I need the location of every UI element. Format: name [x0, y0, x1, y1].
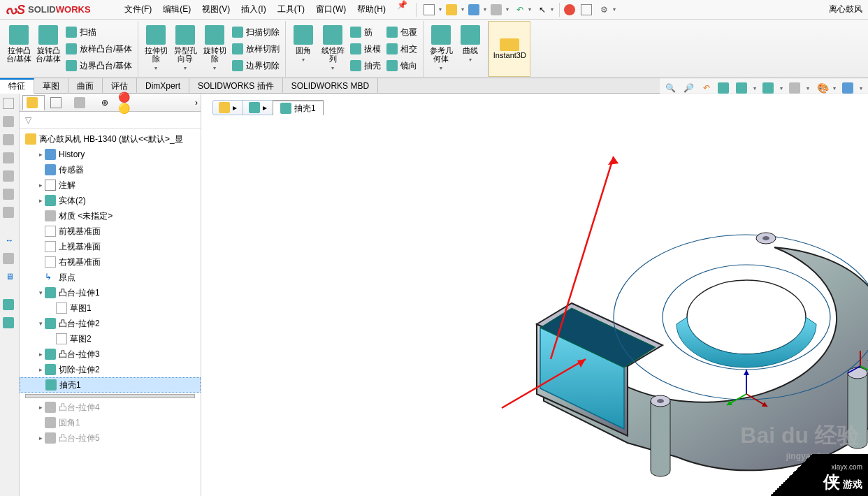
feature-manager-panel: ⊕ 🔴🟡 › ▽ 离心鼓风机 HB-1340 (默认<<默认>_显 ▸Histo… — [20, 94, 201, 496]
vtool-sketch[interactable] — [3, 251, 17, 265]
svg-marker-10 — [744, 370, 749, 375]
tab-mbd[interactable]: SOLIDWORKS MBD — [283, 78, 378, 94]
rib-button[interactable]: 筋 — [347, 24, 384, 41]
tree-fillet1[interactable]: 圆角1 — [20, 415, 201, 430]
tree-boss-extrude1[interactable]: ▾凸台-拉伸1 — [20, 285, 201, 300]
vtool-7[interactable] — [3, 205, 17, 219]
panel-tab-more[interactable]: › — [195, 98, 198, 108]
fillet-button[interactable]: 圆角▾ — [289, 24, 318, 74]
corner-logo: xiayx.com 侠游戏 — [770, 454, 868, 496]
sweep-button[interactable]: 扫描 — [63, 24, 135, 41]
draft-button[interactable]: 拔模 — [347, 41, 384, 57]
tree-top-plane[interactable]: 上视基准面 — [20, 239, 201, 254]
print-button[interactable] — [490, 2, 505, 17]
menu-edit[interactable]: 编辑(E) — [157, 0, 196, 20]
vtool-display[interactable]: 🖥 — [3, 270, 17, 284]
panel-tab-property[interactable] — [46, 95, 68, 110]
open-button[interactable] — [445, 2, 461, 17]
instant3d-button[interactable]: Instant3D — [489, 21, 530, 77]
panel-tab-bar: ⊕ 🔴🟡 › — [20, 94, 201, 112]
tree-annotations[interactable]: ▸注解 — [20, 177, 201, 193]
vtool-2[interactable] — [3, 115, 17, 129]
revolve-cut-button[interactable]: 旋转切 除▾ — [200, 24, 229, 74]
options-props-button[interactable] — [580, 2, 595, 17]
hole-wizard-button[interactable]: 异型孔 向导▾ — [171, 24, 200, 74]
tree-history[interactable]: ▸History — [20, 147, 201, 162]
tree-right-plane[interactable]: 右视基准面 — [20, 254, 201, 270]
tab-surfaces[interactable]: 曲面 — [68, 78, 103, 94]
ref-geometry-button[interactable]: 参考几 何体▾ — [426, 24, 456, 74]
vtool-5[interactable] — [3, 169, 17, 183]
vtool-dim[interactable]: ↔ — [3, 233, 17, 247]
options-button[interactable]: ⚙ — [597, 2, 612, 17]
graphics-area[interactable]: ▸ ▸ 抽壳1 — [201, 94, 868, 496]
loft-cut-button[interactable]: 放样切割 — [229, 41, 282, 57]
menu-view[interactable]: 视图(V) — [196, 0, 236, 20]
loft-boss-button[interactable]: 放样凸台/基体 — [63, 41, 135, 57]
menu-insert[interactable]: 插入(I) — [236, 0, 271, 20]
shell-button[interactable]: 抽壳 — [347, 57, 384, 74]
app-logo: ᔓS SOLIDWORKS — [0, 2, 119, 17]
rebuild-button[interactable] — [563, 2, 579, 17]
tree-solid-bodies[interactable]: ▸实体(2) — [20, 193, 201, 208]
tree-filter[interactable]: ▽ — [20, 112, 201, 129]
tree-boss-extrude4[interactable]: ▸凸台-拉伸4 — [20, 400, 201, 415]
tree-shell1[interactable]: 抽壳1 — [20, 377, 201, 393]
tree-sketch2[interactable]: 草图2 — [20, 331, 201, 347]
new-button[interactable] — [423, 2, 438, 17]
mirror-button[interactable]: 镜向 — [384, 57, 420, 74]
tab-dimxpert[interactable]: DimXpert — [137, 78, 189, 94]
breadcrumb-part[interactable]: ▸ — [243, 100, 276, 115]
revolve-boss-button[interactable]: 旋转凸 台/基体 — [34, 24, 63, 74]
panel-tab-feature-tree[interactable] — [22, 95, 45, 110]
document-title: 离心鼓风 — [829, 3, 868, 15]
breadcrumb-root[interactable]: ▸ — [212, 100, 246, 115]
undo-button[interactable]: ↶ — [512, 2, 528, 17]
vtool-3[interactable] — [3, 133, 17, 147]
tab-sketch[interactable]: 草图 — [34, 78, 68, 94]
intersect-button[interactable]: 相交 — [384, 41, 420, 57]
curves-button[interactable]: 曲线▾ — [456, 24, 485, 74]
tree-cut-extrude2[interactable]: ▸切除-拉伸2 — [20, 362, 201, 377]
menu-tools[interactable]: 工具(T) — [272, 0, 310, 20]
linear-pattern-button[interactable]: 线性阵 列▾ — [318, 24, 347, 74]
panel-tab-display[interactable]: 🔴🟡 — [117, 95, 140, 110]
svg-point-2 — [687, 280, 806, 354]
vtool-6[interactable] — [3, 187, 17, 201]
sweep-cut-button[interactable]: 扫描切除 — [229, 24, 282, 41]
vtool-part[interactable] — [3, 316, 17, 330]
tree-boss-extrude3[interactable]: ▸凸台-拉伸3 — [20, 347, 201, 362]
tree-boss-extrude5[interactable]: ▸凸台-拉伸5 — [20, 430, 201, 446]
tree-origin[interactable]: ↳原点 — [20, 270, 201, 285]
breadcrumb-feature[interactable]: 抽壳1 — [273, 100, 324, 115]
select-button[interactable]: ↖ — [535, 2, 550, 17]
tree-boss-extrude2[interactable]: ▾凸台-拉伸2 — [20, 316, 201, 331]
tree-front-plane[interactable]: 前视基准面 — [20, 224, 201, 239]
extrude-cut-button[interactable]: 拉伸切 除▾ — [141, 24, 171, 74]
menu-help[interactable]: 帮助(H) — [352, 0, 391, 20]
vtool-assembly[interactable] — [3, 298, 17, 312]
menu-file[interactable]: 文件(F) — [119, 0, 157, 20]
tree-material[interactable]: 材质 <未指定> — [20, 208, 201, 224]
pin-icon[interactable]: 📌 — [397, 0, 407, 20]
boundary-boss-button[interactable]: 边界凸台/基体 — [63, 57, 135, 74]
panel-tab-config[interactable] — [70, 95, 92, 110]
tree-root[interactable]: 离心鼓风机 HB-1340 (默认<<默认>_显 — [20, 131, 201, 147]
tab-features[interactable]: 特征 — [0, 78, 34, 94]
panel-tab-dim[interactable]: ⊕ — [94, 95, 116, 110]
wrap-button[interactable]: 包覆 — [384, 24, 420, 41]
menu-items: 文件(F) 编辑(E) 视图(V) 插入(I) 工具(T) 窗口(W) 帮助(H… — [119, 0, 413, 20]
tree-rollback-bar[interactable] — [25, 394, 195, 398]
tab-plugins[interactable]: SOLIDWORKS 插件 — [189, 78, 283, 94]
save-button[interactable] — [468, 2, 483, 17]
tree-sensors[interactable]: 传感器 — [20, 162, 201, 177]
svg-point-4 — [762, 236, 769, 240]
vtool-1[interactable] — [3, 96, 17, 110]
menu-bar: ᔓS SOLIDWORKS 文件(F) 编辑(E) 视图(V) 插入(I) 工具… — [0, 0, 868, 20]
menu-window[interactable]: 窗口(W) — [310, 0, 352, 20]
boundary-cut-button[interactable]: 边界切除 — [229, 57, 282, 74]
tree-sketch1[interactable]: 草图1 — [20, 300, 201, 316]
vtool-4[interactable] — [3, 151, 17, 165]
extrude-boss-button[interactable]: 拉伸凸 台/基体 — [4, 24, 34, 74]
annotation-arrow-top — [509, 149, 649, 373]
